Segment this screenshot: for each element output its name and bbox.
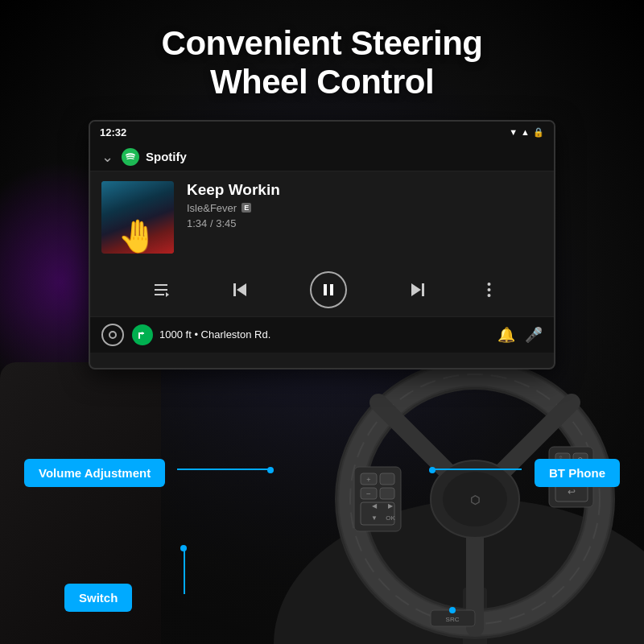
spotify-logo (122, 148, 139, 166)
volume-dot (267, 467, 274, 473)
svg-point-10 (488, 283, 491, 286)
more-options-button[interactable] (487, 281, 491, 299)
track-artist: Isle&Fever E (187, 202, 543, 214)
title-line1: Convenient Steering (162, 24, 483, 62)
chevron-down-icon[interactable]: ⌄ (101, 148, 114, 166)
playback-controls (90, 263, 554, 316)
route-icon[interactable] (132, 324, 153, 345)
next-icon (408, 281, 426, 299)
bt-phone-line (433, 469, 522, 470)
pause-button[interactable] (310, 271, 347, 308)
svg-marker-9 (411, 283, 421, 296)
record-button[interactable] (101, 324, 124, 346)
spotify-icon (125, 151, 136, 163)
spotify-header[interactable]: ⌄ Spotify (90, 143, 554, 171)
nav-street: Charleston Rd. (201, 328, 271, 341)
nav-separator: • (194, 328, 200, 341)
track-time: 1:34 / 3:45 (187, 217, 543, 229)
explicit-badge: E (242, 203, 251, 213)
svg-rect-6 (324, 284, 327, 295)
queue-button[interactable] (153, 281, 171, 299)
svg-rect-7 (330, 284, 333, 295)
android-screen: 12:32 ▼ ▲ 🔒 ⌄ Spotify 🤚 (89, 120, 555, 369)
svg-rect-8 (422, 283, 424, 296)
status-bar: 12:32 ▼ ▲ 🔒 (90, 122, 554, 143)
svg-point-12 (488, 294, 491, 297)
time-current: 1:34 (187, 217, 207, 229)
app-name: Spotify (146, 150, 187, 163)
volume-badge: Volume Adjustment (24, 459, 165, 487)
status-icons: ▼ ▲ 🔒 (509, 127, 544, 138)
switch-badge: Switch (64, 584, 132, 612)
status-time: 12:32 (100, 126, 126, 138)
main-content: Convenient Steering Wheel Control 12:32 … (0, 0, 644, 644)
pause-icon (321, 283, 336, 297)
svg-point-11 (488, 288, 491, 291)
nav-distance: 1000 ft (159, 328, 192, 341)
battery-icon: 🔒 (533, 127, 544, 138)
signal-icon: ▼ (509, 127, 518, 137)
next-button[interactable] (408, 281, 426, 299)
time-total: 3:45 (216, 217, 236, 229)
volume-line (177, 469, 270, 470)
album-art: 🤚 (101, 181, 174, 254)
track-info: Keep Workin Isle&Fever E 1:34 / 3:45 (187, 181, 543, 254)
switch-line (184, 550, 185, 594)
artist-name: Isle&Fever (187, 202, 237, 214)
music-area: 🤚 Keep Workin Isle&Fever E 1:34 / 3:45 (90, 171, 554, 263)
title-line2: Wheel Control (210, 63, 434, 101)
volume-label-container: Volume Adjustment (24, 459, 165, 487)
previous-icon (232, 281, 250, 299)
svg-marker-3 (166, 292, 169, 297)
turn-icon (137, 329, 148, 341)
previous-button[interactable] (232, 281, 250, 299)
bt-phone-badge: BT Phone (535, 459, 620, 487)
track-title: Keep Workin (187, 181, 543, 199)
switch-label-container: Switch (64, 584, 132, 612)
bt-dot (429, 467, 436, 473)
more-icon (487, 281, 491, 299)
nav-action-icons: 🔔 🎤 (497, 326, 543, 344)
microphone-icon[interactable]: 🎤 (525, 326, 543, 344)
record-inner (109, 331, 117, 339)
navigation-bar: 1000 ft • Charleston Rd. 🔔 🎤 (90, 316, 554, 353)
wifi-icon: ▲ (521, 127, 530, 137)
svg-rect-4 (233, 283, 236, 296)
bell-icon[interactable]: 🔔 (497, 326, 515, 344)
bt-phone-label-container: BT Phone (535, 459, 620, 487)
switch-dot (180, 545, 187, 551)
navigation-text: 1000 ft • Charleston Rd. (159, 328, 497, 341)
queue-icon (153, 281, 171, 299)
svg-marker-5 (237, 283, 246, 296)
page-title: Convenient Steering Wheel Control (162, 24, 483, 102)
